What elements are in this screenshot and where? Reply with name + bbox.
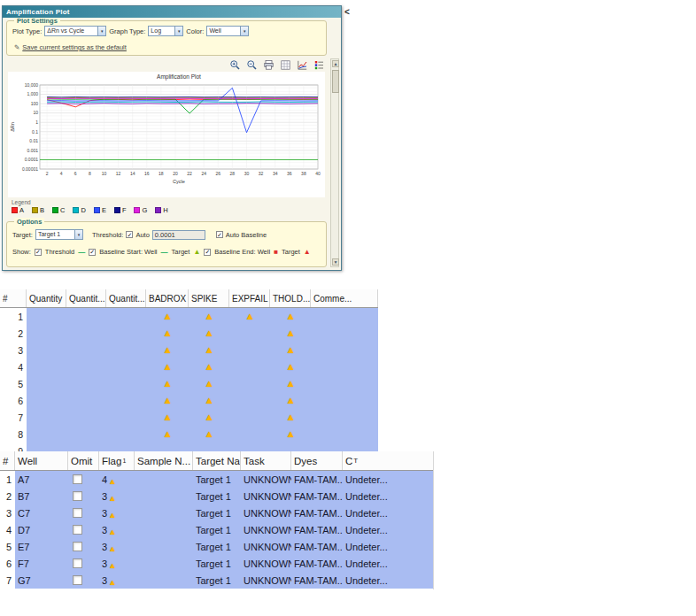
svg-text:ΔRn: ΔRn [10,122,15,132]
target-select[interactable]: Target 1 ▾ [35,229,83,240]
flags-cell-BADROX: ▲ [146,308,189,325]
screen: Amplification Plot Plot Settings Plot Ty… [0,0,696,616]
scroll-down-icon[interactable]: ▼ [332,258,339,266]
flags-col-quantity[interactable]: Quantity [27,289,66,307]
results-col-ct[interactable]: CT [343,451,434,470]
flags-col-num[interactable]: # [0,289,27,307]
results-cell-target: Target 1 [193,471,241,488]
zoom-in-icon[interactable] [229,59,241,71]
legend-swatch-icon [94,207,100,213]
print-icon[interactable] [263,59,275,71]
flags-row-1[interactable]: 1▲▲▲▲ [0,308,378,325]
scrollbar-thumb[interactable] [332,70,339,93]
flags-cell-EXPFAIL [229,342,270,358]
flags-row-8[interactable]: 8▲▲▲ [0,426,378,443]
flags-col-EXPFAIL[interactable]: EXPFAIL [229,289,270,307]
threshold-input[interactable]: 0.0001 [152,230,205,240]
window-scrollbar[interactable]: ▲ ▼ [330,58,339,267]
legend-icon[interactable] [313,59,325,71]
results-cell-num: 4 [0,521,15,538]
results-col-num[interactable]: # [0,451,15,470]
results-col-flag[interactable]: Flag1 [99,451,135,470]
omit-checkbox[interactable] [73,542,82,551]
flags-row-4[interactable]: 4▲▲▲ [0,358,378,375]
results-cell-sample [135,555,193,572]
results-cell-flag: 3▲ [99,572,135,589]
results-col-target[interactable]: Target Na... [193,451,241,470]
flags-cell-quantity2 [66,342,106,358]
flags-col-THOLD[interactable]: THOLD... [270,289,311,307]
omit-checkbox[interactable] [73,575,82,585]
omit-checkbox[interactable] [73,491,82,501]
zoom-out-icon[interactable] [246,59,258,71]
collapse-chevron[interactable]: < [344,7,350,17]
results-row-D7[interactable]: 4D73▲Target 1UNKNOWNFAM-TAM...Undeter... [0,521,433,538]
svg-text:18: 18 [159,171,164,176]
graph-type-select[interactable]: Log ▾ [148,26,183,36]
results-row-E7[interactable]: 5E73▲Target 1UNKNOWNFAM-TAM...Undeter... [0,538,433,555]
window-titlebar[interactable]: Amplification Plot [3,6,341,18]
flags-col-quantity2[interactable]: Quantit... [66,289,106,307]
flags-cell-THOLD: ▲ [270,358,311,375]
show-checkbox-0[interactable]: ✓ [35,249,42,256]
warning-triangle-icon: ▲ [286,412,296,422]
auto-baseline-checkbox[interactable]: ✓ [216,231,223,238]
flags-cell-quantity2 [66,375,106,392]
scroll-up-icon[interactable]: ▲ [332,60,339,67]
flags-row-2[interactable]: 2▲▲▲ [0,325,378,342]
flags-row-5[interactable]: 5▲▲▲ [0,375,378,392]
flags-row-9[interactable]: 9 [0,443,378,451]
results-col-omit[interactable]: Omit [68,451,99,470]
check-icon: ✓ [127,232,132,238]
warning-triangle-icon: ▲ [286,362,296,372]
save-default-link[interactable]: Save current settings as the default [22,43,127,51]
omit-checkbox[interactable] [73,525,82,535]
flags-cell-THOLD: ▲ [270,325,311,342]
show-checkbox-1[interactable]: ✓ [89,249,96,256]
flags-cell-comment [311,375,378,392]
flags-cell-BADROX: ▲ [146,375,189,392]
flags-cell-quantity2 [66,358,106,375]
results-col-sample[interactable]: Sample N... [135,451,193,470]
color-select[interactable]: Well ▾ [206,26,249,36]
graph-type-value: Log [149,27,174,35]
target-value: Target 1 [36,230,74,239]
show-checkbox-3[interactable]: ✓ [204,249,211,256]
warning-triangle-icon: ▲ [163,362,173,372]
omit-checkbox[interactable] [73,558,82,568]
chart-line-icon[interactable] [297,59,308,71]
flags-cell-quantity3 [106,342,146,358]
results-cell-dyes: FAM-TAM... [291,538,343,555]
omit-checkbox[interactable] [73,508,82,518]
results-col-well[interactable]: Well [15,451,68,470]
results-col-task[interactable]: Task [241,451,291,470]
results-row-A7[interactable]: 1A74▲Target 1UNKNOWNFAM-TAM...Undeter... [0,471,433,488]
check-icon: ✓ [35,249,41,255]
results-col-dyes[interactable]: Dyes [291,451,343,470]
results-row-F7[interactable]: 6F73▲Target 1UNKNOWNFAM-TAM...Undeter... [0,555,433,572]
results-row-C7[interactable]: 3C73▲Target 1UNKNOWNFAM-TAM...Undeter... [0,504,433,521]
flags-row-6[interactable]: 6▲▲▲ [0,392,378,409]
flags-col-SPIKE[interactable]: SPIKE [189,289,229,307]
amplification-plot-window: Amplification Plot Plot Settings Plot Ty… [2,5,342,271]
results-row-G7[interactable]: 7G73▲Target 1UNKNOWNFAM-TAM...Undeter... [0,572,433,589]
results-cell-ct: Undeter... [343,555,434,572]
auto-threshold-checkbox[interactable]: ✓ [126,231,133,238]
flags-row-7[interactable]: 7▲▲▲ [0,409,378,426]
flags-cell-SPIKE: ▲ [189,426,229,443]
results-cell-flag: 3▲ [99,538,135,555]
flags-cell-SPIKE: ▲ [189,358,229,375]
flags-col-BADROX[interactable]: BADROX [146,289,189,307]
chevron-down-icon: ▾ [174,27,182,35]
target-label: Target: [12,231,33,239]
warning-triangle-icon: ▲ [108,528,116,536]
plot-type-select[interactable]: ΔRn vs Cycle ▾ [44,26,106,36]
omit-checkbox[interactable] [73,474,82,484]
flags-cell-SPIKE: ▲ [189,375,229,392]
flags-col-comment[interactable]: Comme... [311,289,378,307]
flags-cell-comment [311,308,378,325]
flags-col-quantity3[interactable]: Quantit... [106,289,146,307]
results-row-B7[interactable]: 2B73▲Target 1UNKNOWNFAM-TAM...Undeter... [0,488,433,504]
grid-icon[interactable] [280,59,291,71]
flags-row-3[interactable]: 3▲▲▲ [0,342,378,358]
